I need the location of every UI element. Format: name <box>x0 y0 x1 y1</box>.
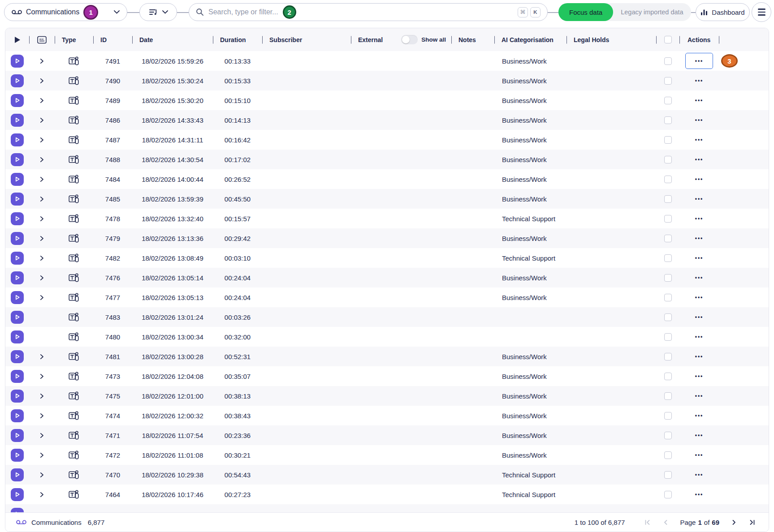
expand-chevron-icon[interactable] <box>40 196 44 202</box>
play-button[interactable] <box>11 252 24 265</box>
row-checkbox[interactable] <box>664 195 672 203</box>
play-button[interactable] <box>11 429 24 442</box>
actions-button[interactable]: ••• <box>685 191 713 207</box>
first-page-button[interactable] <box>641 516 653 528</box>
last-page-button[interactable] <box>746 516 758 528</box>
next-page-button[interactable] <box>728 516 739 528</box>
play-button[interactable] <box>11 390 24 403</box>
column-external[interactable]: External Show all <box>351 28 451 51</box>
play-button[interactable] <box>11 114 24 127</box>
show-all-toggle[interactable] <box>401 35 418 44</box>
expand-chevron-icon[interactable] <box>40 275 44 281</box>
actions-button[interactable]: ••• <box>685 230 713 246</box>
play-button[interactable] <box>11 271 24 284</box>
menu-button[interactable] <box>752 2 771 22</box>
play-button[interactable] <box>11 468 24 481</box>
actions-button[interactable]: ••• <box>685 467 713 483</box>
expand-chevron-icon[interactable] <box>40 216 44 222</box>
expand-chevron-icon[interactable] <box>40 236 44 241</box>
play-button[interactable] <box>11 330 24 343</box>
column-details[interactable] <box>29 28 55 51</box>
row-checkbox[interactable] <box>664 471 672 479</box>
actions-button[interactable]: ••• <box>685 73 713 89</box>
actions-button[interactable]: ••• <box>685 53 713 69</box>
expand-chevron-icon[interactable] <box>40 452 44 458</box>
play-button[interactable] <box>11 153 24 166</box>
expand-chevron-icon[interactable] <box>40 98 44 103</box>
row-checkbox[interactable] <box>664 392 672 400</box>
row-checkbox[interactable] <box>664 412 672 420</box>
expand-chevron-icon[interactable] <box>40 295 44 300</box>
row-checkbox[interactable] <box>664 373 672 380</box>
expand-chevron-icon[interactable] <box>40 117 44 123</box>
column-duration[interactable]: Duration <box>213 28 262 51</box>
row-checkbox[interactable] <box>664 77 672 85</box>
row-checkbox[interactable] <box>664 294 672 301</box>
actions-button[interactable]: ••• <box>685 427 713 443</box>
expand-chevron-icon[interactable] <box>40 373 44 379</box>
dashboard-button[interactable]: Dashboard <box>696 3 750 21</box>
row-checkbox[interactable] <box>664 136 672 144</box>
play-button[interactable] <box>11 193 24 206</box>
column-type[interactable]: Type <box>55 28 93 51</box>
play-button[interactable] <box>11 291 24 304</box>
actions-button[interactable]: ••• <box>685 408 713 424</box>
actions-button[interactable]: ••• <box>685 388 713 404</box>
column-subscriber[interactable]: Subscriber <box>262 28 351 51</box>
expand-chevron-icon[interactable] <box>40 433 44 438</box>
expand-chevron-icon[interactable] <box>40 157 44 163</box>
column-ai-categorisation[interactable]: AI Categorisation <box>494 28 566 51</box>
focus-data-segment[interactable]: Focus data <box>558 3 613 21</box>
actions-button[interactable]: ••• <box>685 289 713 305</box>
column-date[interactable]: Date <box>132 28 213 51</box>
row-checkbox[interactable] <box>664 333 672 341</box>
row-checkbox[interactable] <box>664 491 672 498</box>
row-checkbox[interactable] <box>664 156 672 163</box>
actions-button[interactable]: ••• <box>685 132 713 148</box>
row-checkbox[interactable] <box>664 97 672 104</box>
row-checkbox[interactable] <box>664 353 672 360</box>
play-button[interactable] <box>11 508 24 513</box>
actions-button[interactable]: ••• <box>685 348 713 365</box>
previous-page-button[interactable] <box>660 516 671 528</box>
expand-chevron-icon[interactable] <box>40 354 44 360</box>
row-checkbox[interactable] <box>664 274 672 282</box>
actions-button[interactable]: ••• <box>685 447 713 463</box>
column-actions[interactable]: Actions <box>679 28 719 51</box>
actions-button[interactable]: ••• <box>685 210 713 227</box>
search-bar[interactable]: Search, type or filter... 2 ⌘ K <box>189 3 548 21</box>
expand-chevron-icon[interactable] <box>40 58 44 64</box>
actions-button[interactable]: ••• <box>685 329 713 345</box>
play-button[interactable] <box>11 94 24 107</box>
row-checkbox[interactable] <box>664 451 672 459</box>
expand-chevron-icon[interactable] <box>40 492 44 498</box>
row-checkbox[interactable] <box>664 313 672 321</box>
legacy-data-segment[interactable]: Legacy imported data <box>613 3 691 21</box>
expand-chevron-icon[interactable] <box>40 176 44 182</box>
column-play[interactable] <box>5 28 29 51</box>
row-checkbox[interactable] <box>664 432 672 439</box>
actions-button[interactable]: ••• <box>685 368 713 384</box>
expand-chevron-icon[interactable] <box>40 393 44 399</box>
play-button[interactable] <box>11 488 24 501</box>
entity-selector[interactable]: Communications 1 <box>4 3 127 21</box>
play-button[interactable] <box>11 133 24 146</box>
expand-chevron-icon[interactable] <box>40 413 44 419</box>
play-button[interactable] <box>11 350 24 363</box>
row-checkbox[interactable] <box>664 235 672 242</box>
actions-button[interactable]: ••• <box>685 92 713 108</box>
actions-button[interactable]: ••• <box>685 270 713 286</box>
row-checkbox[interactable] <box>664 176 672 183</box>
actions-button[interactable]: ••• <box>685 171 713 187</box>
play-button[interactable] <box>11 449 24 462</box>
play-button[interactable] <box>11 173 24 186</box>
actions-button[interactable]: ••• <box>685 112 713 128</box>
play-button[interactable] <box>11 74 24 87</box>
filter-sort-button[interactable] <box>139 3 177 21</box>
row-checkbox[interactable] <box>664 215 672 223</box>
play-button[interactable] <box>11 212 24 225</box>
play-button[interactable] <box>11 370 24 383</box>
play-button[interactable] <box>11 55 24 68</box>
row-checkbox[interactable] <box>664 116 672 124</box>
expand-chevron-icon[interactable] <box>40 472 44 478</box>
